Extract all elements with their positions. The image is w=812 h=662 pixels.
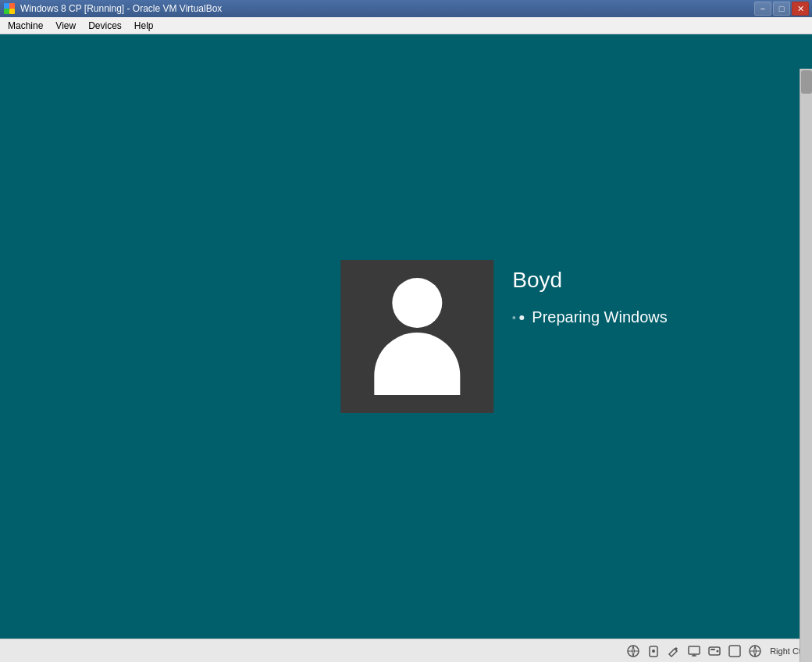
svg-rect-12 (710, 649, 715, 650)
display-icon[interactable] (686, 642, 703, 660)
vm-viewport[interactable]: Boyd Preparing Windows (0, 34, 812, 639)
menu-bar: Machine View Devices Help (0, 17, 812, 34)
edit-icon[interactable] (665, 642, 682, 660)
integration-icon[interactable] (746, 642, 764, 660)
svg-rect-2 (4, 9, 9, 14)
login-area: Boyd Preparing Windows (340, 260, 667, 413)
dot-1 (512, 316, 515, 319)
user-name: Boyd (512, 268, 667, 293)
svg-rect-14 (729, 646, 740, 657)
restore-button[interactable]: □ (773, 2, 790, 16)
close-button[interactable]: ✕ (792, 2, 809, 16)
minimize-button[interactable]: − (754, 2, 771, 16)
svg-rect-3 (9, 9, 15, 14)
svg-rect-1 (9, 3, 15, 9)
dot-2 (519, 315, 524, 320)
user-info: Boyd Preparing Windows (512, 260, 667, 326)
window-title: Windows 8 CP [Running] - Oracle VM Virtu… (20, 3, 222, 14)
scrollbar[interactable] (800, 69, 812, 662)
avatar-body (374, 333, 460, 395)
menu-devices[interactable]: Devices (82, 17, 128, 34)
loading-dots (512, 315, 524, 320)
usb-icon[interactable] (645, 642, 662, 660)
svg-point-13 (717, 650, 719, 652)
svg-rect-0 (4, 3, 9, 9)
svg-point-7 (652, 650, 655, 653)
status-bar: Right Ctrl (0, 639, 812, 662)
avatar (340, 260, 493, 413)
status-area: Preparing Windows (512, 308, 667, 326)
scrollbar-thumb[interactable] (801, 70, 812, 94)
title-controls: − □ ✕ (754, 2, 809, 16)
title-bar-left: Windows 8 CP [Running] - Oracle VM Virtu… (3, 2, 222, 15)
menu-machine[interactable]: Machine (2, 17, 49, 34)
audio-icon[interactable] (726, 642, 743, 660)
menu-view[interactable]: View (49, 17, 82, 34)
network-icon[interactable] (625, 642, 642, 660)
virtualbox-icon (3, 2, 16, 15)
svg-rect-8 (689, 646, 700, 654)
status-text: Preparing Windows (532, 308, 667, 326)
menu-help[interactable]: Help (128, 17, 160, 34)
storage-icon[interactable] (706, 642, 723, 660)
avatar-figure (374, 278, 460, 395)
title-bar: Windows 8 CP [Running] - Oracle VM Virtu… (0, 0, 812, 17)
avatar-head (392, 278, 442, 328)
